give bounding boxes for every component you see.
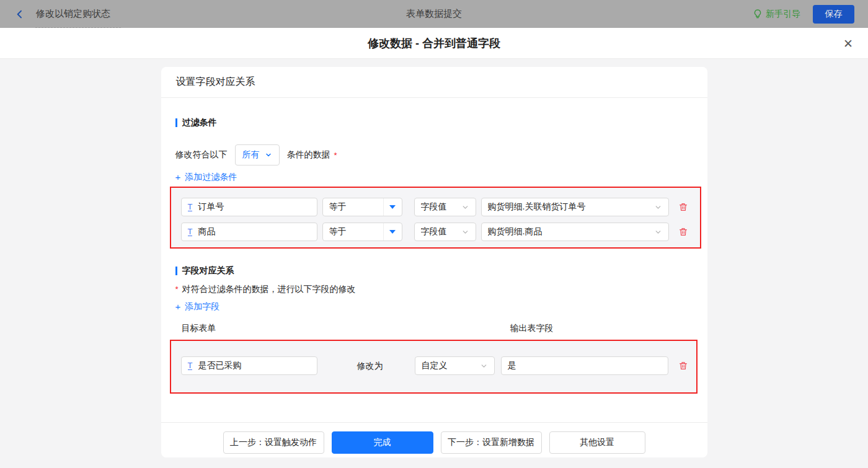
topbar: 修改以销定购状态 表单数据提交 新手引导 保存: [0, 0, 868, 28]
match-mode-select[interactable]: 所有: [235, 144, 280, 166]
dialog-title: 修改数据 - 合并到普通字段: [368, 36, 500, 51]
guide-label: 新手引导: [766, 9, 800, 20]
add-filter-condition-link[interactable]: + 添加过滤条件: [175, 172, 699, 182]
delete-icon[interactable]: [678, 202, 688, 212]
chevron-down-icon: [480, 362, 488, 370]
delete-icon[interactable]: [678, 227, 688, 237]
value-mode-select[interactable]: 自定义: [415, 356, 495, 375]
chevron-down-icon: [461, 228, 469, 236]
done-button[interactable]: 完成: [332, 431, 433, 454]
custom-value-input[interactable]: 是: [501, 356, 668, 375]
blue-bar: [175, 267, 177, 275]
filter-row: T 商品 等于 字段值 购货明细.商品: [171, 223, 700, 241]
value-type-select[interactable]: 字段值: [414, 198, 476, 216]
target-field-select[interactable]: T 是否已采购: [181, 356, 317, 375]
required-mark: *: [175, 285, 179, 294]
blue-bar: [175, 118, 177, 127]
other-settings-button[interactable]: 其他设置: [549, 431, 645, 454]
output-field-label: 输出表字段: [510, 323, 554, 334]
filter-row: T 订单号 等于 字段值 购货明细.关联销货订单号: [171, 198, 700, 216]
card-title: 设置字段对应关系: [161, 67, 707, 98]
lightbulb-icon: [753, 9, 763, 19]
page-title: 表单数据提交: [0, 8, 868, 20]
automation-name[interactable]: 修改以销定购状态: [33, 8, 113, 20]
chevron-left-icon: [15, 9, 25, 19]
field-select[interactable]: T 订单号: [181, 198, 317, 216]
condition-prefix: 修改符合以下: [175, 149, 228, 161]
mapping-row: T 是否已采购 修改为 自定义 是: [171, 356, 696, 375]
chevron-down-icon: [654, 228, 662, 236]
field-select[interactable]: T 商品: [181, 223, 317, 241]
dialog-footer: 上一步：设置触发动作 完成 下一步：设置新增数据 其他设置: [161, 422, 707, 457]
operator-select[interactable]: 等于: [322, 198, 402, 216]
back-button[interactable]: [14, 8, 26, 20]
plus-icon: +: [175, 302, 181, 311]
prev-step-button[interactable]: 上一步：设置触发动作: [223, 431, 324, 454]
operator-select[interactable]: 等于: [322, 223, 402, 241]
add-field-link[interactable]: + 添加字段: [175, 302, 699, 311]
chevron-down-icon: [265, 151, 272, 159]
mapping-section-title: 字段对应关系: [175, 266, 699, 276]
close-icon[interactable]: ✕: [843, 37, 853, 49]
mapping-column-headers: 目标表单 输出表字段: [170, 323, 699, 332]
save-button[interactable]: 保存: [813, 5, 854, 24]
text-field-icon: T: [188, 361, 193, 370]
mapping-description: * 对符合过滤条件的数据，进行以下字段的修改: [175, 285, 699, 294]
dialog-header: 修改数据 - 合并到普通字段 ✕: [0, 28, 868, 59]
mapping-row-highlight-box: T 是否已采购 修改为 自定义 是: [170, 340, 698, 394]
condition-suffix: 条件的数据: [287, 149, 330, 161]
value-type-select[interactable]: 字段值: [414, 223, 476, 241]
required-mark: *: [334, 151, 337, 160]
modify-to-label: 修改为: [357, 356, 383, 375]
value-field-select[interactable]: 购货明细.关联销货订单号: [481, 198, 669, 216]
chevron-down-icon: [461, 203, 469, 211]
dialog-body: 设置字段对应关系 过滤条件 修改符合以下 所有 条件的数据 * + 添加过滤条件: [0, 59, 868, 468]
caret-down-icon: [383, 223, 402, 241]
delete-icon[interactable]: [678, 361, 688, 371]
caret-down-icon: [383, 198, 402, 216]
beginner-guide-link[interactable]: 新手引导: [753, 9, 800, 20]
filter-rows-highlight-box: T 订单号 等于 字段值 购货明细.关联销货订单号: [170, 187, 701, 249]
next-step-button[interactable]: 下一步：设置新增数据: [441, 431, 542, 454]
text-field-icon: T: [188, 227, 193, 236]
target-form-label: 目标表单: [182, 323, 216, 333]
settings-card: 设置字段对应关系 过滤条件 修改符合以下 所有 条件的数据 * + 添加过滤条件: [161, 67, 707, 457]
plus-icon: +: [175, 172, 181, 182]
text-field-icon: T: [188, 203, 193, 211]
value-field-select[interactable]: 购货明细.商品: [481, 223, 669, 241]
filter-section-title: 过滤条件: [175, 118, 699, 128]
chevron-down-icon: [654, 203, 662, 211]
